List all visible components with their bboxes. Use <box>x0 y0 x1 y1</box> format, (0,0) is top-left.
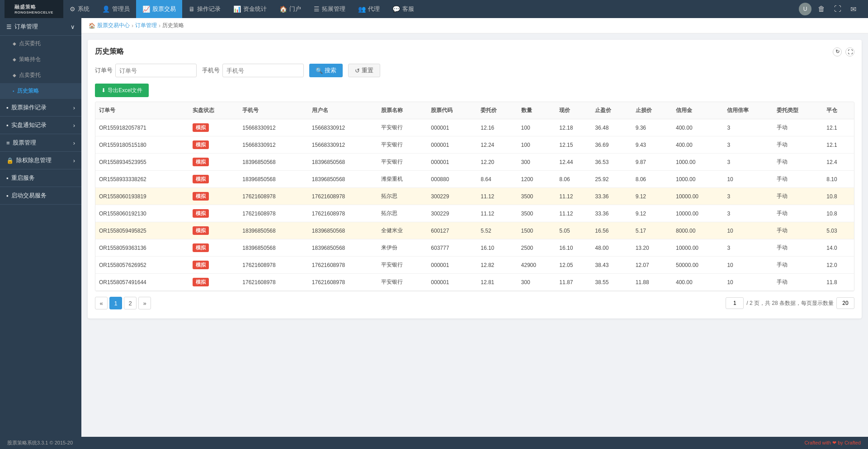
cell-current: 11.87 <box>556 274 591 291</box>
cell-status: 模拟 <box>189 205 239 222</box>
dot-icon: ▪ <box>6 192 9 199</box>
nav-item-portal[interactable]: 🏠门户 <box>273 0 307 18</box>
cell-status: 模拟 <box>189 154 239 171</box>
sidebar-section-order-mgmt[interactable]: ☰ 订单管理 ∨ <box>0 18 81 36</box>
cell-credit: 8000.00 <box>672 222 723 239</box>
cell-phone: 17621608978 <box>239 205 308 222</box>
status-badge: 模拟 <box>193 278 209 286</box>
cell-stock-code: 000001 <box>427 274 477 291</box>
cell-close: 11.8 <box>823 274 854 291</box>
table-row: OR1559182057871 模拟 15668330912 156683309… <box>95 119 854 136</box>
col-status: 实盘状态 <box>189 102 239 119</box>
table-row: OR1558059495825 模拟 18396850568 183968505… <box>95 222 854 239</box>
pagination: « 1 2 » <box>95 297 151 309</box>
sidebar-restart-label: 重启服务 <box>11 174 35 182</box>
sidebar-section-stock-mgmt[interactable]: ≡ 股票管理 › <box>0 134 81 152</box>
cell-profit-stop: 36.53 <box>591 154 632 171</box>
cell-username: 18396850568 <box>308 154 378 171</box>
reset-button[interactable]: ↺ 重置 <box>348 64 380 77</box>
pagination-next[interactable]: » <box>138 297 151 309</box>
sidebar-section-dividend[interactable]: 🔒 除权除息管理 › <box>0 152 81 169</box>
delete-icon[interactable]: 🗑 <box>815 3 828 15</box>
nav-icon-expand: ☰ <box>314 5 320 13</box>
cell-ratio: 10 <box>723 257 773 274</box>
dot-icon: ▪ <box>6 175 9 182</box>
cell-current: 11.12 <box>556 188 591 205</box>
col-phone: 手机号 <box>239 102 308 119</box>
main-card: 历史策略 ↻ ⛶ 订单号 手机号 <box>88 40 862 318</box>
expand-icon[interactable]: ⛶ <box>845 47 854 56</box>
search-button[interactable]: 🔍 搜索 <box>309 64 343 77</box>
breadcrumb-link-order[interactable]: 订单管理 <box>135 22 157 29</box>
cell-stock-name: 平安银行 <box>377 257 427 274</box>
sidebar-section-restart[interactable]: ▪ 重启服务 <box>0 169 81 187</box>
status-badge: 模拟 <box>193 243 209 252</box>
cell-price: 12.82 <box>477 257 517 274</box>
table-body: OR1559182057871 模拟 15668330912 156683309… <box>95 119 854 291</box>
cell-ratio: 10 <box>723 171 773 188</box>
phone-input[interactable] <box>222 64 304 77</box>
message-icon[interactable]: ✉ <box>848 3 859 15</box>
crafted-text: Crafted with <box>804 440 832 445</box>
nav-item-operation[interactable]: 🖥操作记录 <box>182 0 227 18</box>
cell-loss-stop: 8.06 <box>632 171 672 188</box>
cell-type: 手动 <box>773 274 823 291</box>
nav-label-portal: 门户 <box>289 5 301 13</box>
refresh-icon[interactable]: ↻ <box>833 47 842 56</box>
cell-status: 模拟 <box>189 239 239 257</box>
nav-item-system[interactable]: ⚙系统 <box>63 0 96 18</box>
order-no-input[interactable] <box>115 64 197 77</box>
nav-item-customer-service[interactable]: 💬客服 <box>386 0 420 18</box>
cell-price: 11.12 <box>477 188 517 205</box>
nav-item-trade[interactable]: 📈股票交易 <box>136 0 182 18</box>
sidebar-item-strategy-hold-label: 策略持仓 <box>19 56 41 63</box>
breadcrumb-link-trade[interactable]: 股票交易中心 <box>97 22 130 29</box>
cell-close: 12.1 <box>823 136 854 154</box>
nav-item-admin[interactable]: 👤管理员 <box>96 0 136 18</box>
export-button[interactable]: ⬇ 导出Excel文件 <box>95 84 149 97</box>
cell-type: 手动 <box>773 239 823 257</box>
nav-icon-operation: 🖥 <box>189 5 195 13</box>
cell-profit-stop: 16.56 <box>591 222 632 239</box>
sidebar-section-stock-ops[interactable]: ▪ 股票操作记录 › <box>0 99 81 117</box>
cell-stock-code: 000001 <box>427 119 477 136</box>
sidebar-item-sell[interactable]: ◆ 点卖委托 <box>0 67 81 83</box>
cell-stock-name: 平安银行 <box>377 136 427 154</box>
sidebar-item-buy[interactable]: ◆ 点买委托 <box>0 36 81 51</box>
cell-phone: 15668330912 <box>239 119 308 136</box>
cell-credit: 10000.00 <box>672 205 723 222</box>
nav-item-agent[interactable]: 👥代理 <box>352 0 386 18</box>
chevron-icon: › <box>73 104 75 111</box>
cell-type: 手动 <box>773 136 823 154</box>
cell-type: 手动 <box>773 119 823 136</box>
cell-phone: 17621608978 <box>239 188 308 205</box>
sidebar-section-notice[interactable]: ▪ 实盘通知记录 › <box>0 117 81 134</box>
cell-order-no: OR1558060193819 <box>95 188 189 205</box>
cell-stock-name: 来伊份 <box>377 239 427 257</box>
fullscreen-icon[interactable]: ⛶ <box>831 3 844 15</box>
cell-current: 16.10 <box>556 239 591 257</box>
cell-profit-stop: 48.00 <box>591 239 632 257</box>
footer: 股票策略系统3.3.1 © 2015-20 Crafted with ❤ by … <box>0 437 868 449</box>
table-header: 订单号 实盘状态 手机号 用户名 股票名称 股票代码 委托价 数量 现价 止盈价 <box>95 102 854 119</box>
cell-ratio: 3 <box>723 136 773 154</box>
pagination-page-2[interactable]: 2 <box>124 297 137 309</box>
page-size-input[interactable] <box>836 297 854 309</box>
sidebar-item-history-strategy[interactable]: ▪ 历史策略 <box>0 83 81 99</box>
sidebar-item-history-label: 历史策略 <box>17 87 39 95</box>
nav-item-finance[interactable]: 📊资金统计 <box>227 0 273 18</box>
avatar[interactable]: U <box>799 3 811 15</box>
logo-subtext: RONGSHENGCELVE <box>14 10 53 14</box>
pagination-prev[interactable]: « <box>95 297 108 309</box>
data-table: 订单号 实盘状态 手机号 用户名 股票名称 股票代码 委托价 数量 现价 止盈价 <box>95 102 854 291</box>
nav-item-expand[interactable]: ☰拓展管理 <box>307 0 352 18</box>
table-row: OR1558059363136 模拟 18396850568 183968505… <box>95 239 854 257</box>
sidebar-item-strategy-hold[interactable]: ◆ 策略持仓 <box>0 51 81 67</box>
pagination-page-1[interactable]: 1 <box>109 297 122 309</box>
dot-icon: ▪ <box>6 122 9 129</box>
page-jump-input[interactable] <box>726 297 744 309</box>
cell-phone: 17621608978 <box>239 257 308 274</box>
cell-qty: 300 <box>518 154 556 171</box>
cell-price: 11.12 <box>477 205 517 222</box>
sidebar-section-start-trade[interactable]: ▪ 启动交易服务 <box>0 187 81 205</box>
